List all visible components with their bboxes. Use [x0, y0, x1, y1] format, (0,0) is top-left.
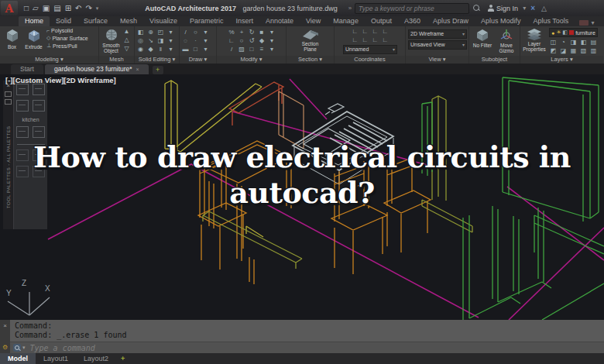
ribbon-tab-solid[interactable]: Solid [50, 16, 77, 26]
tool-icon[interactable]: ▾ [201, 46, 210, 53]
panel-label-coordinates[interactable]: Coordinates [335, 56, 405, 64]
panel-label-draw[interactable]: Draw ▾ [180, 56, 216, 64]
tab-model[interactable]: Model [0, 353, 36, 364]
undo-icon[interactable]: ↶ [75, 4, 81, 12]
layer-freeze-icon[interactable]: ☀ [556, 29, 561, 36]
tool-icon[interactable]: ▲ [122, 28, 131, 36]
tool-icon[interactable]: ○ [238, 37, 246, 45]
ribbon-tab-visualize[interactable]: Visualize [143, 16, 184, 26]
tool-icon[interactable]: ∟ [371, 28, 379, 36]
tool-icon[interactable]: ∟ [361, 36, 369, 44]
ribbon-tab-view[interactable]: View [300, 16, 327, 26]
ribbon-tab-aplus-draw[interactable]: Aplus Draw [427, 16, 475, 26]
tool-icon[interactable]: ▾ [166, 46, 175, 53]
tool-icon[interactable]: / [181, 29, 190, 36]
tool-icon[interactable]: ■ [258, 29, 266, 36]
tool-icon[interactable]: ∟ [371, 36, 379, 44]
tool-icon[interactable]: ▾ [268, 46, 276, 53]
tool-icon[interactable]: ↻ [248, 29, 256, 36]
palette-item[interactable] [16, 126, 29, 138]
tool-icon[interactable]: ▾ [166, 37, 175, 45]
section-plane-button[interactable]: Section Plane [295, 28, 326, 52]
open-file-icon[interactable]: ▱ [33, 4, 39, 12]
ribbon-tab-output[interactable]: Output [365, 16, 398, 26]
panel-label-layers[interactable]: Layers ▾ [520, 56, 603, 64]
box-button[interactable]: Box [2, 28, 22, 50]
tab-start[interactable]: Start [11, 64, 43, 74]
ribbon-tab-a360[interactable]: A360 [398, 16, 427, 26]
tab-layout2[interactable]: Layout2 [76, 353, 116, 364]
tool-icon[interactable]: · [191, 37, 200, 45]
tool-icon[interactable]: ▦ [569, 47, 578, 55]
palette-item[interactable] [33, 126, 45, 138]
tool-icon[interactable]: + [238, 29, 246, 36]
tool-icon[interactable]: ▨ [238, 46, 246, 53]
ribbon-tab-manage[interactable]: Manage [327, 16, 365, 26]
tool-icon[interactable]: ◌ [181, 37, 190, 45]
tool-icon[interactable]: ∟ [381, 36, 390, 44]
extrude-button[interactable]: Extrude [23, 28, 44, 50]
save-icon[interactable]: ▣ [43, 4, 50, 12]
tool-icon[interactable]: ◆ [146, 46, 155, 53]
layer-on-icon[interactable]: ● [551, 30, 554, 36]
command-customize-icon[interactable]: ⚙ [2, 344, 8, 351]
tool-icon[interactable]: □ [191, 46, 200, 53]
tool-icon[interactable]: ◆ [258, 37, 266, 45]
search-input[interactable]: Type a keyword or phrase [355, 3, 469, 14]
layer-color-swatch[interactable] [569, 30, 574, 35]
sign-in-button[interactable]: Sign In [496, 5, 518, 12]
visual-style-dropdown[interactable]: 2D Wireframe▾ [408, 29, 467, 39]
panel-label-solid-editing[interactable]: Solid Editing ▾ [135, 56, 179, 64]
tool-icon[interactable]: ◨ [156, 37, 165, 45]
palette-autohide-icon[interactable] [5, 99, 12, 105]
tool-icon[interactable]: ▤ [589, 39, 598, 46]
ribbon-tab-aplus-tools[interactable]: Aplus Tools [527, 16, 575, 26]
press-pull-button[interactable]: ⊥Press/Pull [46, 43, 88, 49]
ribbon-tab-aplus-modify[interactable]: Aplus Modify [475, 16, 527, 26]
tool-icon[interactable]: ▾ [201, 29, 210, 36]
tool-icon[interactable]: ◉ [136, 46, 145, 53]
panel-label-section[interactable]: Section ▾ [287, 56, 334, 64]
ribbon-extra-tool[interactable]: ▾ [579, 19, 594, 26]
tool-icon[interactable]: ∟ [351, 28, 359, 36]
tool-icon[interactable]: ∟ [381, 28, 390, 36]
tool-icon[interactable]: △ [122, 36, 131, 44]
ribbon-tab-home[interactable]: Home [19, 16, 50, 26]
new-drawing-button[interactable]: + [153, 66, 163, 74]
palette-item[interactable] [16, 100, 29, 112]
polysolid-button[interactable]: ⌐Polysolid [46, 28, 88, 33]
command-input[interactable]: ▾ Type a command [10, 342, 604, 353]
tool-icon[interactable]: ∟ [228, 37, 236, 45]
layer-properties-button[interactable]: Layer Properties [522, 28, 547, 52]
palette-properties-icon[interactable] [5, 91, 12, 97]
tool-icon[interactable]: ▬ [181, 46, 190, 53]
tool-icon[interactable]: ⊕ [146, 29, 155, 36]
save-as-icon[interactable]: ▤ [53, 4, 60, 12]
tool-icon[interactable]: ▾ [166, 29, 175, 36]
panel-label-view[interactable]: View ▾ [406, 56, 468, 64]
layer-dropdown[interactable]: ● ☀ ◧ furniture [549, 28, 598, 37]
ucs-named-dropdown[interactable]: Unnamed▾ [343, 45, 397, 54]
qat-dropdown-icon[interactable]: ▾ [96, 5, 99, 12]
redo-icon[interactable]: ↷ [85, 4, 91, 12]
tool-icon[interactable]: ◔ [559, 39, 568, 46]
no-filter-button[interactable]: No Filter [472, 28, 493, 48]
palette-item[interactable] [33, 84, 45, 95]
tool-icon[interactable]: ↺ [248, 37, 256, 45]
ribbon-tab-parametric[interactable]: Parametric [184, 16, 230, 26]
tool-icon[interactable]: ▾ [201, 37, 210, 45]
planar-surface-button[interactable]: ◇Planar Surface [46, 35, 88, 41]
tool-icon[interactable]: ◫ [549, 39, 558, 46]
ribbon-tab-annotate[interactable]: Annotate [259, 16, 300, 26]
tool-icon[interactable]: ▧ [579, 47, 588, 55]
tool-icon[interactable]: ∟ [361, 28, 369, 36]
tool-icon[interactable]: □ [248, 46, 256, 53]
search-icon[interactable] [473, 5, 480, 12]
tool-icon[interactable]: ◧ [579, 39, 588, 46]
new-layout-button[interactable]: + [121, 355, 125, 362]
tool-icon[interactable]: ↘ [146, 37, 155, 45]
sign-in-caret-icon[interactable]: ▾ [523, 5, 526, 12]
tool-icon[interactable]: ▥ [589, 47, 598, 55]
help-icon[interactable]: △ [541, 5, 547, 12]
tool-icon[interactable]: ◨ [569, 39, 578, 46]
